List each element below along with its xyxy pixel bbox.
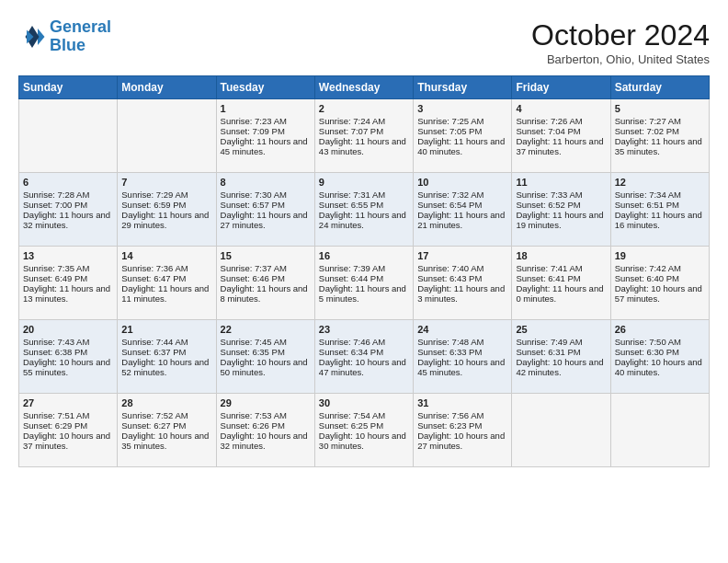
day-info: Sunset: 6:54 PM bbox=[417, 200, 507, 210]
day-info: Daylight: 11 hours and 45 minutes. bbox=[221, 136, 311, 156]
title-block: October 2024 Barberton, Ohio, United Sta… bbox=[531, 18, 710, 66]
day-info: Sunrise: 7:53 AM bbox=[221, 410, 311, 420]
day-number: 11 bbox=[516, 177, 606, 188]
day-number: 9 bbox=[319, 177, 409, 188]
day-info: Sunset: 7:00 PM bbox=[23, 200, 113, 210]
week-row-3: 13Sunrise: 7:35 AMSunset: 6:49 PMDayligh… bbox=[19, 247, 710, 320]
day-info: Sunrise: 7:49 AM bbox=[516, 337, 606, 347]
day-number: 31 bbox=[417, 397, 507, 408]
day-cell: 4Sunrise: 7:26 AMSunset: 7:04 PMDaylight… bbox=[512, 99, 610, 173]
day-cell: 29Sunrise: 7:53 AMSunset: 6:26 PMDayligh… bbox=[216, 394, 314, 467]
day-cell: 16Sunrise: 7:39 AMSunset: 6:44 PMDayligh… bbox=[314, 247, 413, 320]
col-header-thursday: Thursday bbox=[414, 76, 512, 99]
day-info: Sunset: 6:31 PM bbox=[516, 347, 606, 357]
day-info: Daylight: 10 hours and 50 minutes. bbox=[221, 357, 311, 377]
day-info: Sunrise: 7:52 AM bbox=[121, 410, 211, 420]
day-info: Daylight: 11 hours and 8 minutes. bbox=[221, 283, 311, 304]
day-cell: 30Sunrise: 7:54 AMSunset: 6:25 PMDayligh… bbox=[314, 394, 413, 467]
day-info: Sunrise: 7:28 AM bbox=[23, 190, 113, 200]
day-info: Sunrise: 7:25 AM bbox=[417, 116, 507, 126]
day-number: 3 bbox=[417, 103, 507, 114]
day-info: Sunset: 6:34 PM bbox=[319, 347, 409, 357]
day-number: 29 bbox=[221, 397, 311, 408]
day-cell: 17Sunrise: 7:40 AMSunset: 6:43 PMDayligh… bbox=[414, 247, 512, 320]
day-number: 16 bbox=[319, 250, 409, 261]
day-info: Sunrise: 7:48 AM bbox=[417, 337, 507, 347]
day-info: Sunrise: 7:43 AM bbox=[23, 337, 113, 347]
day-cell: 1Sunrise: 7:23 AMSunset: 7:09 PMDaylight… bbox=[216, 99, 314, 173]
day-number: 13 bbox=[23, 250, 113, 261]
day-number: 22 bbox=[221, 324, 311, 335]
day-info: Sunset: 6:52 PM bbox=[516, 200, 606, 210]
day-info: Sunrise: 7:54 AM bbox=[319, 410, 409, 420]
day-info: Sunset: 6:37 PM bbox=[121, 347, 211, 357]
day-number: 6 bbox=[23, 177, 113, 188]
day-info: Sunrise: 7:41 AM bbox=[516, 263, 606, 273]
day-info: Sunrise: 7:30 AM bbox=[221, 190, 311, 200]
day-info: Daylight: 10 hours and 45 minutes. bbox=[417, 357, 507, 377]
day-cell: 31Sunrise: 7:56 AMSunset: 6:23 PMDayligh… bbox=[414, 394, 512, 467]
day-cell: 11Sunrise: 7:33 AMSunset: 6:52 PMDayligh… bbox=[512, 173, 610, 247]
day-cell: 19Sunrise: 7:42 AMSunset: 6:40 PMDayligh… bbox=[610, 247, 709, 320]
day-info: Sunrise: 7:33 AM bbox=[516, 190, 606, 200]
day-info: Daylight: 11 hours and 40 minutes. bbox=[417, 136, 507, 156]
day-info: Sunset: 6:26 PM bbox=[221, 420, 311, 431]
day-info: Sunrise: 7:32 AM bbox=[417, 190, 507, 200]
logo-blue: Blue bbox=[50, 36, 85, 54]
day-number: 18 bbox=[516, 250, 606, 261]
day-info: Daylight: 10 hours and 32 minutes. bbox=[221, 431, 311, 451]
day-cell: 28Sunrise: 7:52 AMSunset: 6:27 PMDayligh… bbox=[118, 394, 216, 467]
day-info: Sunrise: 7:35 AM bbox=[23, 263, 113, 273]
day-cell: 24Sunrise: 7:48 AMSunset: 6:33 PMDayligh… bbox=[414, 320, 512, 394]
day-info: Sunrise: 7:51 AM bbox=[23, 410, 113, 420]
day-info: Daylight: 11 hours and 0 minutes. bbox=[516, 283, 606, 304]
day-info: Daylight: 11 hours and 16 minutes. bbox=[615, 210, 705, 230]
day-number: 14 bbox=[121, 250, 211, 261]
day-info: Sunset: 7:04 PM bbox=[516, 126, 606, 136]
day-info: Daylight: 11 hours and 11 minutes. bbox=[121, 283, 211, 304]
logo-text: General Blue bbox=[50, 18, 111, 55]
day-info: Sunrise: 7:44 AM bbox=[121, 337, 211, 347]
day-cell bbox=[118, 99, 216, 173]
day-number: 27 bbox=[23, 397, 113, 408]
day-info: Sunset: 6:25 PM bbox=[319, 420, 409, 431]
col-header-wednesday: Wednesday bbox=[314, 76, 413, 99]
day-info: Sunrise: 7:42 AM bbox=[615, 263, 705, 273]
day-cell: 26Sunrise: 7:50 AMSunset: 6:30 PMDayligh… bbox=[610, 320, 709, 394]
header: General Blue October 2024 Barberton, Ohi… bbox=[18, 18, 710, 66]
day-cell: 22Sunrise: 7:45 AMSunset: 6:35 PMDayligh… bbox=[216, 320, 314, 394]
day-info: Daylight: 10 hours and 40 minutes. bbox=[615, 357, 705, 377]
day-cell: 6Sunrise: 7:28 AMSunset: 7:00 PMDaylight… bbox=[19, 173, 118, 247]
day-info: Sunrise: 7:34 AM bbox=[615, 190, 705, 200]
day-number: 1 bbox=[221, 103, 311, 114]
day-info: Daylight: 11 hours and 32 minutes. bbox=[23, 210, 113, 230]
day-cell: 10Sunrise: 7:32 AMSunset: 6:54 PMDayligh… bbox=[414, 173, 512, 247]
day-info: Daylight: 11 hours and 24 minutes. bbox=[319, 210, 409, 230]
day-info: Sunrise: 7:56 AM bbox=[417, 410, 507, 420]
day-cell: 15Sunrise: 7:37 AMSunset: 6:46 PMDayligh… bbox=[216, 247, 314, 320]
day-info: Sunrise: 7:23 AM bbox=[221, 116, 311, 126]
day-number: 19 bbox=[615, 250, 705, 261]
day-info: Sunset: 6:35 PM bbox=[221, 347, 311, 357]
day-cell: 23Sunrise: 7:46 AMSunset: 6:34 PMDayligh… bbox=[314, 320, 413, 394]
week-row-5: 27Sunrise: 7:51 AMSunset: 6:29 PMDayligh… bbox=[19, 394, 710, 467]
day-info: Daylight: 10 hours and 27 minutes. bbox=[417, 431, 507, 451]
week-row-1: 1Sunrise: 7:23 AMSunset: 7:09 PMDaylight… bbox=[19, 99, 710, 173]
day-info: Daylight: 10 hours and 37 minutes. bbox=[23, 431, 113, 451]
day-info: Daylight: 10 hours and 47 minutes. bbox=[319, 357, 409, 377]
day-info: Sunrise: 7:39 AM bbox=[319, 263, 409, 273]
day-cell: 9Sunrise: 7:31 AMSunset: 6:55 PMDaylight… bbox=[314, 173, 413, 247]
day-cell: 20Sunrise: 7:43 AMSunset: 6:38 PMDayligh… bbox=[19, 320, 118, 394]
day-cell: 7Sunrise: 7:29 AMSunset: 6:59 PMDaylight… bbox=[118, 173, 216, 247]
day-number: 2 bbox=[319, 103, 409, 114]
day-info: Sunset: 6:41 PM bbox=[516, 273, 606, 283]
calendar-table: SundayMondayTuesdayWednesdayThursdayFrid… bbox=[18, 75, 710, 467]
day-info: Sunrise: 7:31 AM bbox=[319, 190, 409, 200]
day-info: Sunset: 6:33 PM bbox=[417, 347, 507, 357]
day-number: 4 bbox=[516, 103, 606, 114]
day-info: Sunset: 6:47 PM bbox=[121, 273, 211, 283]
day-number: 23 bbox=[319, 324, 409, 335]
day-cell: 27Sunrise: 7:51 AMSunset: 6:29 PMDayligh… bbox=[19, 394, 118, 467]
page: General Blue October 2024 Barberton, Ohi… bbox=[0, 0, 728, 477]
day-info: Daylight: 10 hours and 57 minutes. bbox=[615, 283, 705, 304]
